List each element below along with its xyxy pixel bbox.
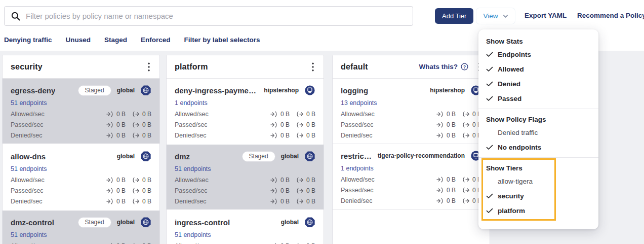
menu-item-label: Denied	[498, 80, 520, 88]
menu-item-denied[interactable]: Denied	[478, 77, 598, 91]
endpoints-link[interactable]: 51 endpoints	[175, 165, 211, 172]
egress-bytes: 0 B	[142, 177, 151, 184]
search-input[interactable]	[26, 12, 407, 20]
view-button-label: View	[483, 12, 498, 20]
policy-card-restricted[interactable]: restrictedtigera-policy-recommendation1 …	[333, 144, 490, 209]
search-box[interactable]	[4, 6, 413, 26]
ingress-icon	[436, 198, 444, 204]
stat-row-passed-sec: Passed/sec0 B0 B	[11, 121, 151, 128]
policy-card-deny-ingress-paymentservi[interactable]: deny-ingress-paymentservi…hipstershop1 e…	[167, 79, 324, 144]
menu-item-label: Endpoints	[498, 51, 531, 58]
stat-label: Allowed/sec	[11, 111, 45, 118]
ingress-icon	[436, 132, 444, 138]
egress-icon	[296, 122, 304, 128]
policy-card-logging[interactable]: logginghipstershop13 endpointsAllowed/se…	[333, 79, 490, 144]
endpoints-link[interactable]: 51 endpoints	[175, 231, 211, 238]
egress-bytes: 0 B	[142, 111, 151, 118]
stat-label: Passed/sec	[11, 121, 44, 128]
whats-this-link[interactable]: Whats this? ?	[419, 63, 469, 71]
ingress-bytes: 0 B	[116, 198, 126, 205]
check-icon-wrap	[486, 52, 498, 57]
filter-link-filter-by-label-selectors[interactable]: Filter by label selectors	[184, 36, 260, 44]
egress-value: 0 B	[296, 198, 315, 205]
tier-column-security: security egress-denyStagedglobal51 endpo…	[2, 55, 160, 244]
menu-divider	[478, 109, 598, 109]
global-scope-icon	[140, 217, 151, 228]
endpoints-link[interactable]: 51 endpoints	[11, 99, 47, 107]
egress-value: 0 B	[132, 121, 151, 128]
menu-item-label: platform	[498, 207, 525, 215]
menu-section-show-stats: Show StatsEndpointsAllowedDeniedPassed	[478, 33, 598, 106]
filter-link-denying-traffic[interactable]: Denying traffic	[4, 36, 52, 44]
ingress-bytes: 0 B	[447, 121, 456, 128]
tier-kebab-menu-button[interactable]	[146, 61, 151, 73]
global-scope-icon	[140, 85, 151, 96]
tier-kebab-menu-button[interactable]	[310, 61, 315, 73]
filter-link-unused[interactable]: Unused	[66, 36, 91, 44]
namespace-icon-wrap	[304, 85, 315, 96]
ingress-icon	[436, 187, 444, 193]
filter-link-staged[interactable]: Staged	[104, 36, 127, 44]
view-button[interactable]: View	[476, 8, 515, 24]
policy-card-dmz-control[interactable]: dmz-controlStagedglobal51 endpointsAllow…	[3, 210, 159, 244]
menu-section-title-show-policy-flags: Show Policy Flags	[478, 112, 598, 125]
endpoints-link[interactable]: 1 endpoints	[175, 99, 208, 107]
stat-values: 0 B0 B	[270, 111, 315, 118]
policy-card-allow-dns[interactable]: allow-dnsglobal51 endpointsAllowed/sec0 …	[3, 144, 159, 210]
menu-divider	[478, 157, 598, 158]
add-tier-button[interactable]: Add Tier	[435, 8, 473, 24]
stat-values: 0 B0 B	[270, 177, 315, 184]
menu-item-label: security	[498, 192, 524, 200]
policy-card-ingress-control[interactable]: ingress-controlglobal51 endpointsAllowed…	[167, 210, 324, 244]
menu-item-denied-traffic[interactable]: Denied traffic	[478, 125, 598, 140]
endpoints-link[interactable]: 51 endpoints	[11, 165, 47, 172]
tier-column-platform: platform deny-ingress-paymentservi…hipst…	[166, 55, 324, 244]
egress-icon	[462, 177, 470, 183]
staged-badge: Staged	[78, 85, 111, 96]
menu-item-allowed[interactable]: Allowed	[478, 62, 598, 77]
menu-item-passed[interactable]: Passed	[478, 91, 598, 106]
menu-section-show-tiers: Show Tiersallow-tigerasecurityplatform	[478, 160, 598, 218]
stat-label: Denied/sec	[341, 197, 373, 204]
policy-card-header: dmz-controlStagedglobal	[11, 216, 151, 228]
stat-values: 0 B0 B	[270, 132, 315, 139]
policy-scope-label: global	[117, 219, 135, 226]
menu-item-platform[interactable]: platform	[478, 203, 598, 218]
egress-value: 0 B	[132, 132, 151, 139]
egress-icon	[462, 122, 470, 128]
endpoints-link[interactable]: 13 endpoints	[341, 99, 377, 107]
ingress-icon	[106, 177, 114, 183]
view-dropdown-menu: Show StatsEndpointsAllowedDeniedPassedSh…	[478, 29, 598, 229]
menu-item-security[interactable]: security	[478, 189, 598, 203]
menu-item-no-endpoints[interactable]: No endpoints	[478, 140, 598, 155]
policy-card-header: egress-denyStagedglobal	[11, 84, 151, 96]
menu-item-endpoints[interactable]: Endpoints	[478, 47, 598, 62]
stat-label: Allowed/sec	[341, 111, 375, 118]
menu-item-allow-tigera[interactable]: allow-tigera	[478, 174, 598, 189]
policy-card-egress-deny[interactable]: egress-denyStagedglobal51 endpointsAllow…	[3, 79, 159, 144]
filter-link-enforced[interactable]: Enforced	[141, 36, 171, 44]
check-icon	[486, 66, 493, 72]
recommend-policy-link[interactable]: Recommend a Policy	[577, 12, 644, 19]
stat-label: Denied/sec	[175, 198, 207, 205]
ingress-bytes: 0 B	[447, 111, 456, 118]
ingress-value: 0 B	[436, 132, 456, 139]
endpoints-link[interactable]: 51 endpoints	[11, 231, 47, 238]
ingress-icon	[436, 122, 444, 128]
ingress-value: 0 B	[436, 197, 456, 204]
export-yaml-link[interactable]: Export YAML	[525, 12, 567, 19]
global-scope-icon-wrap	[140, 217, 151, 228]
stat-row-passed-sec: Passed/sec0 B0 B	[175, 187, 315, 194]
ingress-bytes: 0 B	[116, 177, 126, 184]
global-scope-icon-wrap	[304, 217, 315, 228]
endpoints-link[interactable]: 1 endpoints	[341, 165, 374, 172]
menu-section-show-policy-flags: Show Policy FlagsDenied trafficNo endpoi…	[478, 112, 598, 155]
egress-value: 0 B	[296, 111, 315, 118]
egress-icon	[132, 111, 140, 117]
policy-name: dmz	[175, 152, 190, 161]
ingress-bytes: 0 B	[116, 187, 126, 194]
egress-icon	[462, 187, 470, 193]
ingress-icon	[270, 132, 278, 138]
stat-values: 0 B0 B	[106, 132, 151, 139]
policy-card-dmz[interactable]: dmzStagedglobal51 endpointsAllowed/sec0 …	[167, 144, 324, 210]
